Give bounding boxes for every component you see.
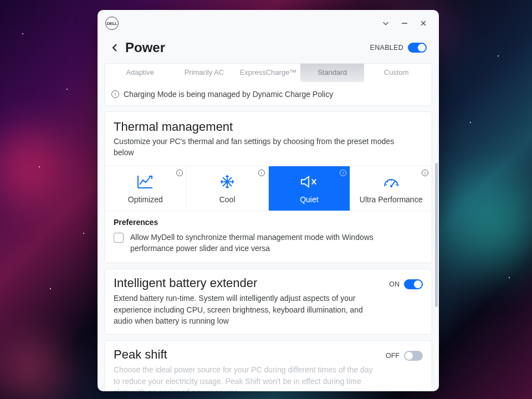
thermal-title: Thermal management — [105, 112, 432, 136]
chart-icon — [136, 173, 154, 191]
thermal-tile-cool[interactable]: i Cool — [187, 166, 269, 211]
charging-mode-standard[interactable]: Standard — [300, 64, 365, 82]
info-icon[interactable]: i — [176, 170, 183, 176]
collapse-button[interactable] — [378, 16, 393, 31]
battery-extender-toggle[interactable] — [404, 279, 423, 289]
power-enabled-toggle[interactable] — [408, 43, 427, 53]
thermal-tile-optimized[interactable]: i Optimized — [105, 166, 187, 211]
tile-label: Quiet — [271, 195, 348, 204]
close-button[interactable] — [416, 16, 431, 31]
peak-shift-title: Peak shift — [114, 347, 379, 362]
charging-mode-expresscharge[interactable]: ExpressCharge™ — [236, 64, 300, 82]
tile-label: Ultra Performance — [352, 195, 429, 204]
svg-line-8 — [387, 181, 388, 182]
tile-label: Cool — [189, 195, 266, 204]
charging-mode-custom[interactable]: Custom — [364, 64, 428, 82]
page-title: Power — [125, 40, 165, 55]
charging-card: Adaptive Primarily AC ExpressCharge™ Sta… — [104, 63, 432, 106]
thermal-card: Thermal management Customize your PC's t… — [104, 111, 432, 263]
thermal-modes: i Optimized i Cool i — [105, 166, 432, 211]
preferences-title: Preferences — [114, 218, 423, 227]
app-window: DELL Power ENABLED Adaptive Primarily AC… — [98, 10, 439, 391]
sync-windows-slider-checkbox[interactable] — [114, 233, 124, 243]
minimize-icon — [401, 19, 408, 27]
battery-extender-title: Intelligent battery extender — [114, 276, 382, 290]
chevron-down-icon — [382, 19, 390, 27]
thermal-desc: Customize your PC's thermal and fan sett… — [105, 136, 432, 166]
minimize-button[interactable] — [397, 16, 412, 31]
battery-extender-desc: Extend battery run-time. System will int… — [114, 293, 382, 326]
tile-label: Optimized — [107, 195, 184, 204]
svg-line-6 — [391, 181, 395, 186]
close-icon — [420, 19, 427, 27]
peak-shift-state-label: OFF — [386, 352, 400, 360]
enabled-label: ENABLED — [370, 44, 403, 52]
charging-mode-adaptive[interactable]: Adaptive — [108, 64, 172, 82]
scrollbar-track[interactable] — [434, 63, 438, 391]
scroll-area: Adaptive Primarily AC ExpressCharge™ Sta… — [98, 63, 439, 391]
battery-extender-state-label: ON — [389, 280, 400, 288]
sync-windows-slider-label: Allow MyDell to synchronize thermal mana… — [130, 232, 423, 254]
thermal-tile-quiet[interactable]: i Quiet — [269, 166, 351, 211]
info-icon[interactable]: i — [258, 170, 265, 176]
scrollbar-thumb[interactable] — [435, 163, 438, 307]
charging-mode-primarily-ac[interactable]: Primarily AC — [172, 64, 237, 82]
info-icon[interactable]: i — [340, 170, 346, 176]
info-icon[interactable]: i — [422, 170, 428, 176]
thermal-tile-ultra-performance[interactable]: i Ultra Performance — [350, 166, 432, 211]
peak-shift-desc: Choose the ideal power source for your P… — [114, 364, 379, 391]
info-icon: i — [111, 90, 119, 98]
peak-shift-card: Peak shift Choose the ideal power source… — [104, 340, 432, 391]
svg-line-7 — [386, 185, 387, 185]
gauge-icon — [382, 173, 400, 191]
charging-mode-tabs: Adaptive Primarily AC ExpressCharge™ Sta… — [105, 64, 432, 82]
titlebar: DELL — [98, 10, 439, 34]
svg-line-10 — [396, 185, 397, 185]
battery-extender-card: Intelligent battery extender Extend batt… — [104, 269, 432, 335]
mute-icon — [300, 173, 318, 191]
snowflake-icon — [218, 173, 236, 191]
charging-notice-text: Charging Mode is being managed by Dynami… — [124, 90, 333, 99]
charging-notice: i Charging Mode is being managed by Dyna… — [105, 82, 432, 99]
thermal-preferences: Preferences Allow MyDell to synchronize … — [105, 211, 432, 263]
brand-logo: DELL — [105, 17, 119, 30]
chevron-left-icon — [111, 43, 120, 52]
peak-shift-toggle[interactable] — [404, 351, 423, 361]
back-button[interactable] — [108, 40, 123, 55]
page-header: Power ENABLED — [98, 34, 439, 63]
